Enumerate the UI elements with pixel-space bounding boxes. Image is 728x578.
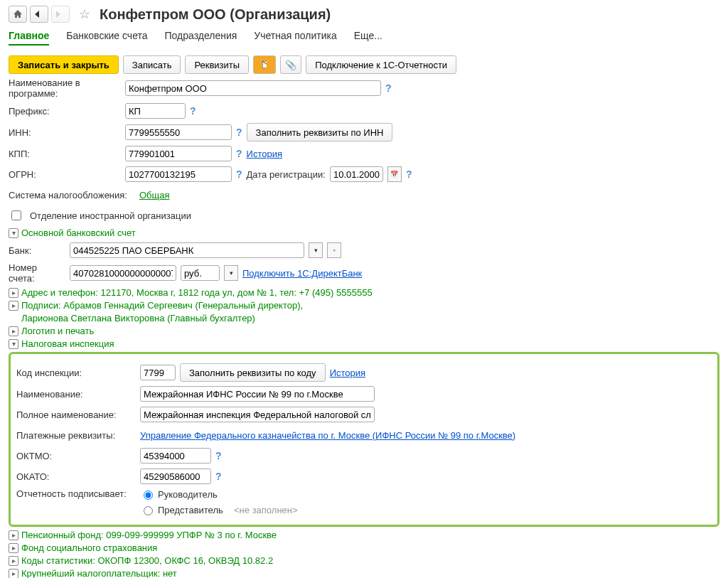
foreign-label: Отделение иностранной организации xyxy=(30,210,191,221)
signer-head-label: Руководитель xyxy=(158,489,218,500)
dropdown-icon[interactable]: ▾ xyxy=(309,242,323,258)
svg-rect-0 xyxy=(262,61,267,68)
prefix-input[interactable] xyxy=(125,103,186,119)
foreign-checkbox[interactable] xyxy=(11,210,21,220)
toggle-icon[interactable]: ▸ xyxy=(9,556,18,566)
reg-date-label: Дата регистрации: xyxy=(247,169,326,180)
signs-section[interactable]: Подписи: Абрамов Геннадий Сергеевич (Ген… xyxy=(21,300,303,311)
currency-input[interactable] xyxy=(181,265,220,281)
tax-sys-label: Система налогообложения: xyxy=(9,190,135,200)
signer-rep-radio[interactable] xyxy=(144,506,153,515)
major-section[interactable]: Крупнейший налогоплательщик: нет xyxy=(21,568,177,578)
star-icon[interactable]: ☆ xyxy=(77,6,92,22)
direct-bank-link[interactable]: Подключить 1С:ДиректБанк xyxy=(242,268,362,279)
save-button[interactable]: Записать xyxy=(123,55,181,74)
toggle-icon[interactable]: ▸ xyxy=(9,569,18,579)
forward-button[interactable] xyxy=(51,6,70,23)
name-prog-input[interactable] xyxy=(125,80,381,96)
toggle-icon[interactable]: ▾ xyxy=(9,339,18,349)
attach-button[interactable]: 📎 xyxy=(280,55,301,74)
ogrn-label: ОГРН: xyxy=(9,169,121,180)
signer-label: Отчетность подписывает: xyxy=(16,488,136,499)
tax-full-input[interactable] xyxy=(140,407,375,422)
dropdown-icon[interactable]: ▾ xyxy=(224,265,238,281)
tab-accounting[interactable]: Учетная политика xyxy=(254,30,336,46)
tab-more[interactable]: Еще... xyxy=(354,30,382,46)
pension-section[interactable]: Пенсионный фонд: 099-099-999999 УПФР № 3… xyxy=(21,530,277,540)
calendar-icon[interactable]: 📅 xyxy=(387,166,402,182)
stats-section[interactable]: Коды статистики: ОКОПФ 12300, ОКФС 16, О… xyxy=(21,555,273,566)
toggle-icon[interactable]: ▸ xyxy=(9,543,18,553)
signer-head-radio[interactable] xyxy=(144,491,153,500)
help-icon[interactable]: ? xyxy=(215,471,222,482)
help-icon[interactable]: ? xyxy=(236,168,242,180)
prefix-label: Префикс: xyxy=(9,106,121,117)
address-section[interactable]: Адрес и телефон: 121170, Москва г, 1812 … xyxy=(21,287,373,298)
pay-label: Платежные реквизиты: xyxy=(16,430,136,441)
open-icon[interactable]: ▫ xyxy=(327,242,341,258)
toggle-icon[interactable]: ▸ xyxy=(9,301,18,311)
tax-inspection-panel: Код инспекции:Заполнить реквизиты по код… xyxy=(9,352,719,527)
connect-button[interactable]: Подключение к 1С-Отчетности xyxy=(306,55,456,74)
inn-input[interactable] xyxy=(125,124,232,140)
code-label: Код инспекции: xyxy=(16,368,136,378)
tax-sys-link[interactable]: Общая xyxy=(139,190,170,200)
oktmo-input[interactable] xyxy=(140,448,211,464)
save-close-button[interactable]: Записать и закрыть xyxy=(9,55,119,74)
back-button[interactable] xyxy=(30,6,48,23)
help-icon[interactable]: ? xyxy=(406,168,412,180)
toggle-icon[interactable]: ▾ xyxy=(9,228,18,238)
kpp-input[interactable] xyxy=(125,146,232,161)
home-button[interactable] xyxy=(9,6,27,23)
tax-full-label: Полное наименование: xyxy=(16,410,136,420)
oktmo-label: ОКТМО: xyxy=(16,451,136,461)
social-section[interactable]: Фонд социального страхования xyxy=(21,542,157,553)
bank-section[interactable]: Основной банковский счет xyxy=(21,228,136,238)
acc-num-input[interactable] xyxy=(70,265,176,281)
tax-name-label: Наименование: xyxy=(16,389,136,400)
pay-link[interactable]: Управление Федерального казначейства по … xyxy=(140,430,515,441)
okato-label: ОКАТО: xyxy=(16,471,136,482)
requisites-button[interactable]: Реквизиты xyxy=(185,55,249,74)
not-filled: <не заполнен> xyxy=(234,505,298,515)
ogrn-input[interactable] xyxy=(125,166,232,182)
reg-date-input[interactable] xyxy=(330,166,383,182)
toggle-icon[interactable]: ▸ xyxy=(9,326,18,336)
fill-code-button[interactable]: Заполнить реквизиты по коду xyxy=(180,363,326,382)
help-icon[interactable]: ? xyxy=(215,450,222,461)
acc-num-label: Номер счета: xyxy=(9,262,65,284)
mail-button[interactable] xyxy=(253,55,276,74)
toggle-icon[interactable]: ▸ xyxy=(9,288,18,298)
kpp-history-link[interactable]: История xyxy=(247,149,282,159)
page-title: Конфетпром ООО (Организация) xyxy=(100,6,331,23)
tab-main[interactable]: Главное xyxy=(9,30,49,46)
help-icon[interactable]: ? xyxy=(190,105,196,117)
tax-insp-section[interactable]: Налоговая инспекция xyxy=(21,338,114,349)
kpp-label: КПП: xyxy=(9,149,121,159)
help-icon[interactable]: ? xyxy=(236,127,242,138)
help-icon[interactable]: ? xyxy=(385,82,392,94)
bank-label: Банк: xyxy=(9,245,65,256)
signs-line2: Ларионова Светлана Викторовна (Главный б… xyxy=(21,313,255,323)
tab-bank[interactable]: Банковские счета xyxy=(66,30,147,46)
signer-rep-label: Представитель xyxy=(158,505,223,515)
tax-history-link[interactable]: История xyxy=(330,368,365,378)
fill-inn-button[interactable]: Заполнить реквизиты по ИНН xyxy=(247,123,393,141)
name-prog-label: Наименование в программе: xyxy=(9,77,121,99)
tab-divisions[interactable]: Подразделения xyxy=(165,30,237,46)
help-icon[interactable]: ? xyxy=(236,148,242,159)
toggle-icon[interactable]: ▸ xyxy=(9,530,18,540)
inn-label: ИНН: xyxy=(9,127,121,138)
okato-input[interactable] xyxy=(140,469,211,484)
bank-input[interactable] xyxy=(70,242,304,258)
code-input[interactable] xyxy=(140,365,176,380)
tax-name-input[interactable] xyxy=(140,386,375,402)
logo-section[interactable]: Логотип и печать xyxy=(21,326,94,336)
